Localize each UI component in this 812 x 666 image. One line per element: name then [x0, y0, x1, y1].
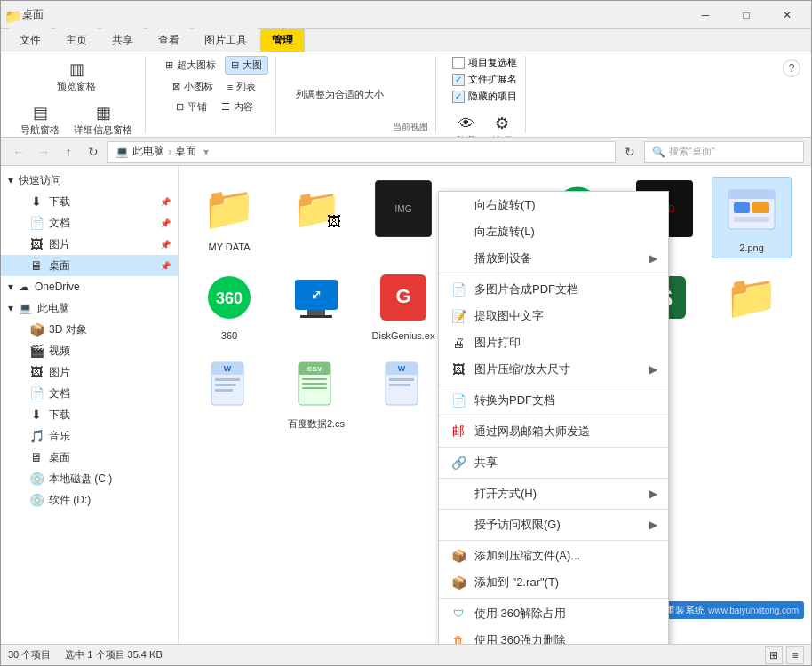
menu-send-163-label: 通过网易邮箱大师发送: [474, 424, 657, 440]
detail-pane-button[interactable]: ▦ 详细信息窗格: [68, 99, 138, 138]
help-button[interactable]: ?: [783, 59, 800, 77]
sidebar-music[interactable]: 🎵 音乐: [1, 425, 178, 447]
sidebar-drive-d-label: 软件 (D:): [49, 493, 91, 508]
menu-open-with-label: 打开方式(H): [474, 486, 642, 502]
refresh-path-button[interactable]: ↻: [619, 141, 641, 163]
auto-group-label: 当前视图: [393, 121, 428, 133]
close-button[interactable]: ✕: [767, 1, 808, 29]
menu-convert-pdf[interactable]: 📄 转换为PDF文档: [439, 387, 668, 414]
window-icon: 📁: [4, 8, 19, 22]
menu-add-zip[interactable]: 📦 添加到压缩文件(A)...: [439, 543, 668, 569]
content-button[interactable]: ☰ 内容: [216, 99, 259, 115]
onedrive-icon: ☁: [19, 281, 29, 293]
breadcrumb-folder: 桌面: [175, 144, 196, 159]
large-icon-button[interactable]: ⊟ 大图: [225, 56, 268, 75]
sidebar-item-pics[interactable]: 🖼 图片 📌: [1, 234, 178, 255]
tab-home[interactable]: 主页: [54, 28, 99, 52]
search-box[interactable]: 🔍 搜索"桌面": [644, 141, 804, 163]
tile-label: 平铺: [187, 100, 207, 114]
menu-print-img[interactable]: 🖨 图片打印: [439, 329, 668, 356]
menu-rotate-right[interactable]: 向右旋转(T): [439, 192, 668, 218]
menu-send-163[interactable]: 邮 通过网易邮箱大师发送: [439, 418, 668, 445]
huge-icon-button[interactable]: ⊞ 超大图标: [160, 57, 221, 74]
item-checkbox-box[interactable]: [452, 57, 465, 69]
sidebar-pictures[interactable]: 🖼 图片: [1, 361, 178, 383]
sidebar-onedrive[interactable]: ▾ ☁ OneDrive: [1, 276, 178, 297]
sidebar-quick-access[interactable]: ▾ 快速访问: [1, 170, 178, 191]
forward-button[interactable]: →: [33, 141, 54, 163]
menu-open-with[interactable]: 打开方式(H) ▶: [439, 480, 668, 507]
cast-icon: [450, 250, 467, 267]
extract-text-icon: 📝: [450, 307, 467, 325]
desktop2-icon: 🖥: [29, 450, 44, 464]
breadcrumb-dropdown[interactable]: ▾: [203, 146, 209, 158]
list-button[interactable]: ≡ 列表: [222, 78, 261, 95]
open-with-arrow: ▶: [649, 488, 657, 500]
tile-button[interactable]: ⊡ 平铺: [171, 99, 212, 115]
auto-adjust-button[interactable]: 列调整为合适的大小: [291, 86, 389, 103]
menu-merge-pdf[interactable]: 📄 多图片合成PDF文档: [439, 276, 668, 303]
sidebar-item-docs[interactable]: 📄 文档 📌: [1, 212, 178, 234]
menu-cast[interactable]: 播放到设备 ▶: [439, 245, 668, 272]
small-icon-button[interactable]: ⊠ 小图标: [167, 78, 219, 95]
sidebar-item-download[interactable]: ⬇ 下载 📌: [1, 191, 178, 212]
sidebar-desktop2[interactable]: 🖥 桌面: [1, 447, 178, 468]
search-icon: 🔍: [652, 146, 665, 158]
tab-picture-tools[interactable]: 图片工具: [193, 28, 259, 52]
sidebar-downloads[interactable]: ⬇ 下载: [1, 404, 178, 425]
documents-icon: 📄: [29, 386, 44, 400]
sidebar-drive-d[interactable]: 💿 软件 (D:): [1, 489, 178, 511]
this-pc-icon: 💻: [19, 302, 32, 314]
tab-view[interactable]: 查看: [147, 28, 191, 52]
menu-360-release-label: 使用 360解除占用: [474, 606, 657, 622]
menu-rotate-left[interactable]: 向左旋转(L): [439, 218, 668, 245]
tab-file[interactable]: 文件: [8, 28, 52, 52]
sidebar-video[interactable]: 🎬 视频: [1, 340, 178, 361]
sidebar-documents[interactable]: 📄 文档: [1, 383, 178, 404]
ribbon-tabs: 文件 主页 共享 查看 图片工具 管理: [1, 29, 811, 52]
refresh-button[interactable]: ↻: [83, 141, 104, 163]
menu-share[interactable]: 🔗 共享: [439, 449, 668, 476]
layout-row1: ⊞ 超大图标 ⊟ 大图: [160, 56, 268, 75]
sep5: [439, 478, 668, 479]
sidebar-item-desktop[interactable]: 🖥 桌面 📌: [1, 255, 178, 276]
video-icon: 🎬: [29, 344, 44, 358]
sidebar-docs-label: 文档: [49, 216, 70, 231]
cast-arrow: ▶: [649, 252, 657, 265]
view-grid-button[interactable]: ⊞: [765, 646, 783, 664]
menu-grant-access[interactable]: 授予访问权限(G) ▶: [439, 511, 668, 538]
context-menu-overlay: 向右旋转(T) 向左旋转(L) 播放到设备 ▶ 📄 多图片合成PDF文: [179, 166, 811, 644]
breadcrumb[interactable]: 💻 此电脑 › 桌面 ▾: [107, 141, 616, 163]
grant-access-icon: [450, 516, 467, 534]
back-button[interactable]: ←: [8, 141, 29, 163]
hidden-checkbox-label: 隐藏的项目: [468, 90, 517, 103]
sidebar-3d-objects[interactable]: 📦 3D 对象: [1, 319, 178, 340]
menu-add-rar[interactable]: 📦 添加到 "2.rar"(T): [439, 569, 668, 596]
sidebar-drive-c[interactable]: 💿 本地磁盘 (C:): [1, 468, 178, 489]
hidden-checkbox-box[interactable]: ✓: [452, 91, 465, 103]
sidebar-desktop2-label: 桌面: [49, 450, 70, 465]
options-button[interactable]: ⚙ 选项: [486, 110, 518, 138]
sidebar-drive-c-label: 本地磁盘 (C:): [49, 472, 112, 487]
menu-360-release[interactable]: 🛡 使用 360解除占用: [439, 600, 668, 627]
nav-pane-row: ▥ 预览窗格: [52, 56, 101, 96]
menu-360-delete[interactable]: 🗑 使用 360强力删除: [439, 627, 668, 644]
menu-add-zip-label: 添加到压缩文件(A)...: [474, 548, 657, 564]
minimize-button[interactable]: ─: [685, 1, 726, 29]
add-zip-icon: 📦: [450, 547, 467, 565]
maximize-button[interactable]: □: [726, 1, 767, 29]
menu-extract-text[interactable]: 📝 提取图中文字: [439, 303, 668, 329]
menu-resize-img[interactable]: 🖼 图片压缩/放大尺寸 ▶: [439, 356, 668, 383]
music-icon: 🎵: [29, 429, 44, 443]
this-pc-label: 此电脑: [37, 301, 69, 316]
tab-share[interactable]: 共享: [100, 28, 145, 52]
view-list-button[interactable]: ≡: [786, 646, 804, 664]
up-button[interactable]: ↑: [58, 141, 79, 163]
ext-checkbox-box[interactable]: ✓: [452, 74, 465, 86]
sidebar-this-pc[interactable]: ▾ 💻 此电脑: [1, 297, 178, 319]
hide-button[interactable]: 👁 隐藏: [450, 110, 482, 138]
preview-pane-button[interactable]: ▥ 预览窗格: [52, 56, 101, 96]
tab-manage[interactable]: 管理: [260, 28, 305, 52]
nav-pane-button[interactable]: ▤ 导航窗格: [15, 99, 65, 138]
nav-pane-label: 导航窗格: [20, 123, 60, 137]
